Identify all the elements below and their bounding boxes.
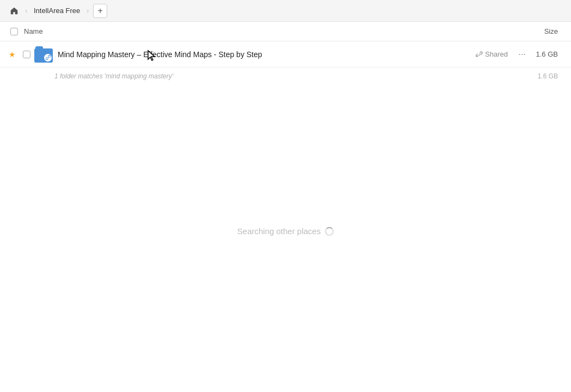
select-all-checkbox[interactable] (10, 28, 18, 35)
match-info-size: 1.6 GB (538, 72, 567, 80)
folder-icon (34, 45, 53, 64)
add-button[interactable]: + (93, 4, 107, 18)
row-checkbox[interactable] (20, 51, 34, 58)
star-button[interactable]: ★ (4, 50, 20, 59)
column-headers: Name Size (0, 22, 571, 41)
breadcrumb-app[interactable]: IntellArea Free (30, 5, 83, 16)
match-info-text: 1 folder matches 'mind mapping mastery' (54, 72, 538, 80)
shared-badge: Shared (476, 50, 508, 58)
more-options-button[interactable]: ··· (514, 47, 530, 62)
breadcrumb-separator-1: › (25, 7, 27, 15)
file-size: 1.6 GB (534, 50, 567, 58)
loading-spinner (325, 227, 334, 236)
column-size-header[interactable]: Size (523, 27, 567, 35)
file-name: Mind Mapping Mastery – Effective Mind Ma… (58, 50, 476, 59)
breadcrumb-separator-2: › (87, 7, 89, 15)
searching-text: Searching other places (237, 226, 321, 236)
home-button[interactable] (7, 3, 22, 19)
top-bar: › IntellArea Free › + (0, 0, 571, 22)
table-row[interactable]: ★ Mind Mapping Mastery – Effective Mind … (0, 41, 571, 68)
searching-other-places-section: Searching other places (0, 226, 571, 236)
link-indicator-icon (44, 54, 52, 62)
header-checkbox-area (4, 28, 24, 35)
match-info-row: 1 folder matches 'mind mapping mastery' … (0, 68, 571, 85)
shared-link-icon (476, 51, 483, 58)
column-name-header[interactable]: Name (24, 27, 523, 35)
